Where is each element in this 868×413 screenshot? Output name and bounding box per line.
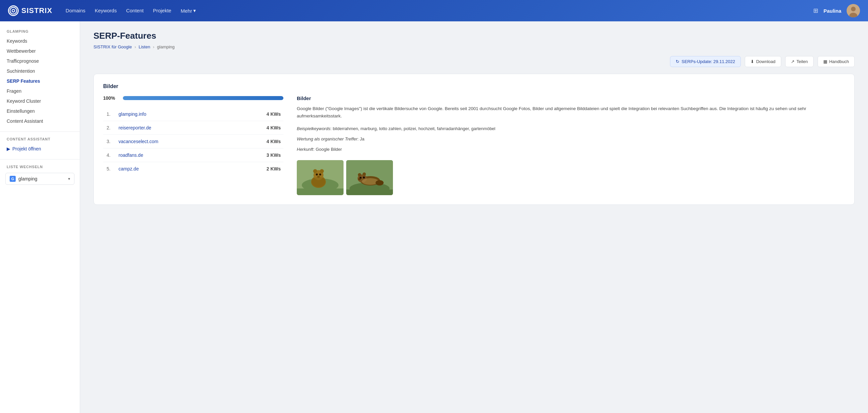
progress-bar-bg	[123, 96, 283, 100]
download-icon: ⬇	[750, 59, 754, 64]
svg-point-11	[316, 173, 318, 175]
teilen-button[interactable]: ↗ Teilen	[785, 56, 814, 67]
rank-3: 3.	[103, 135, 113, 148]
breadcrumb-sep-1: ›	[134, 44, 136, 49]
list-selector[interactable]: G glamping ▾	[5, 173, 74, 185]
breadcrumb-glamping: glamping	[157, 44, 175, 49]
breadcrumb-sep-2: ›	[153, 44, 154, 49]
handbuch-button[interactable]: ▦ Handbuch	[817, 56, 855, 67]
sidebar-item-content-assistant[interactable]: Content Assistant	[0, 116, 80, 126]
image-thumb-2	[346, 160, 393, 195]
rank-5: 5.	[103, 162, 113, 176]
sidebar-liste-wechseln-title: LISTE WECHSELN	[0, 165, 80, 173]
domain-4[interactable]: roadfans.de	[113, 148, 234, 162]
logo-text: SISTRIX	[21, 6, 53, 15]
progress-row: 100%	[103, 95, 283, 101]
top-navigation: SISTRIX Domains Keywords Content Projekt…	[0, 0, 868, 21]
main-content: SERP-Features SISTRIX für Google › Liste…	[80, 21, 868, 413]
table-row: 5. campz.de 2 KWs	[103, 162, 283, 176]
avatar[interactable]	[847, 4, 860, 18]
sidebar-item-wettbewerber[interactable]: Wettbewerber	[0, 46, 80, 56]
bilder-left: 100% 1. glamping.info 4 KWs	[103, 95, 283, 195]
sidebar-item-keyword-cluster[interactable]: Keyword Cluster	[0, 96, 80, 106]
toolbar: ↻ SERPs-Update: 29.11.2022 ⬇ Download ↗ …	[93, 56, 855, 67]
info-title: Bilder	[297, 95, 845, 101]
svg-point-9	[313, 169, 317, 173]
breadcrumb: SISTRIX für Google › Listen › glamping	[93, 44, 855, 49]
svg-point-20	[358, 173, 361, 176]
nav-right: ⊞ Paulina	[813, 4, 860, 18]
kws-1: 4 KWs	[234, 107, 283, 121]
sidebar: GLAMPING Keywords Wettbewerber Trafficpr…	[0, 21, 80, 413]
wertung-value: Ja	[360, 136, 365, 141]
logo-icon	[8, 5, 19, 16]
kws-4: 3 KWs	[234, 148, 283, 162]
triangle-right-icon: ▶	[7, 146, 10, 151]
info-beispiel: Beispielkeywords: bilderrahmen, marburg,…	[297, 125, 845, 132]
table-row: 3. vacanceselect.com 4 KWs	[103, 135, 283, 148]
domain-3[interactable]: vacanceselect.com	[113, 135, 234, 148]
info-wertung: Wertung als organischer Treffer: Ja	[297, 135, 845, 143]
user-name: Paulina	[824, 8, 841, 14]
svg-rect-27	[346, 190, 393, 195]
nav-mehr[interactable]: Mehr ▾	[181, 8, 196, 14]
bilder-right: Bilder Google Bilder ("Google Images") i…	[297, 95, 845, 195]
sidebar-divider	[0, 131, 80, 132]
domain-1[interactable]: glamping.info	[113, 107, 234, 121]
herkunft-label: Herkunft	[297, 147, 313, 152]
sidebar-item-keywords[interactable]: Keywords	[0, 36, 80, 46]
herkunft-value: Google Bilder	[315, 147, 342, 152]
table-row: 4. roadfans.de 3 KWs	[103, 148, 283, 162]
svg-point-24	[358, 178, 361, 180]
nav-projekte[interactable]: Projekte	[153, 8, 171, 13]
serp-update-button[interactable]: ↻ SERPs-Update: 29.11.2022	[670, 56, 741, 67]
refresh-icon: ↻	[676, 59, 679, 64]
rank-1: 1.	[103, 107, 113, 121]
domain-2[interactable]: reisereporter.de	[113, 121, 234, 135]
result-table: 1. glamping.info 4 KWs 2. reisereporter.…	[103, 107, 283, 175]
svg-point-3	[851, 7, 856, 11]
nav-content[interactable]: Content	[126, 8, 144, 13]
sidebar-section-glamping: GLAMPING	[0, 29, 80, 36]
bilder-layout: 100% 1. glamping.info 4 KWs	[103, 95, 845, 195]
rank-4: 4.	[103, 148, 113, 162]
sidebar-section-content-assistant: CONTENT ASSISTANT	[0, 137, 80, 144]
sidebar-projekt-btn[interactable]: ▶ Projekt öffnen	[0, 144, 80, 154]
nav-links: Domains Keywords Content Projekte Mehr ▾	[66, 8, 196, 14]
breadcrumb-sistrix[interactable]: SISTRIX für Google	[93, 44, 132, 49]
beispiel-label: Beispielkeywords	[297, 126, 330, 131]
table-row: 1. glamping.info 4 KWs	[103, 107, 283, 121]
images-preview	[297, 160, 845, 195]
sidebar-item-serp-features[interactable]: SERP Features	[0, 76, 80, 86]
sidebar-item-suchintention[interactable]: Suchintention	[0, 66, 80, 76]
domain-5[interactable]: campz.de	[113, 162, 234, 176]
sidebar-item-einstellungen[interactable]: Einstellungen	[0, 106, 80, 116]
info-herkunft: Herkunft: Google Bilder	[297, 145, 845, 153]
grid-icon[interactable]: ⊞	[813, 7, 818, 14]
sidebar-item-fragen[interactable]: Fragen	[0, 86, 80, 96]
beispiel-keywords: bilderrahmen, marburg, lotto zahlen, pol…	[333, 126, 495, 131]
nav-domains[interactable]: Domains	[66, 8, 86, 13]
sidebar-divider-2	[0, 159, 80, 160]
svg-point-1	[12, 9, 15, 12]
svg-point-14	[312, 177, 325, 187]
progress-bar-fill	[123, 96, 283, 100]
kws-2: 4 KWs	[234, 121, 283, 135]
svg-point-26	[376, 180, 383, 185]
svg-point-23	[363, 176, 365, 178]
nav-keywords[interactable]: Keywords	[95, 8, 117, 13]
svg-rect-15	[297, 188, 344, 195]
list-selector-text: glamping	[18, 176, 65, 181]
svg-point-12	[319, 173, 321, 175]
sidebar-item-trafficprognose[interactable]: Trafficprognose	[0, 56, 80, 66]
svg-point-21	[363, 172, 366, 176]
download-button[interactable]: ⬇ Download	[745, 56, 781, 67]
rank-2: 2.	[103, 121, 113, 135]
svg-point-10	[320, 169, 324, 173]
kws-5: 2 KWs	[234, 162, 283, 176]
svg-point-0	[10, 7, 17, 14]
logo[interactable]: SISTRIX	[8, 5, 53, 16]
breadcrumb-listen[interactable]: Listen	[138, 44, 150, 49]
image-thumb-1	[297, 160, 344, 195]
progress-label: 100%	[103, 95, 118, 101]
